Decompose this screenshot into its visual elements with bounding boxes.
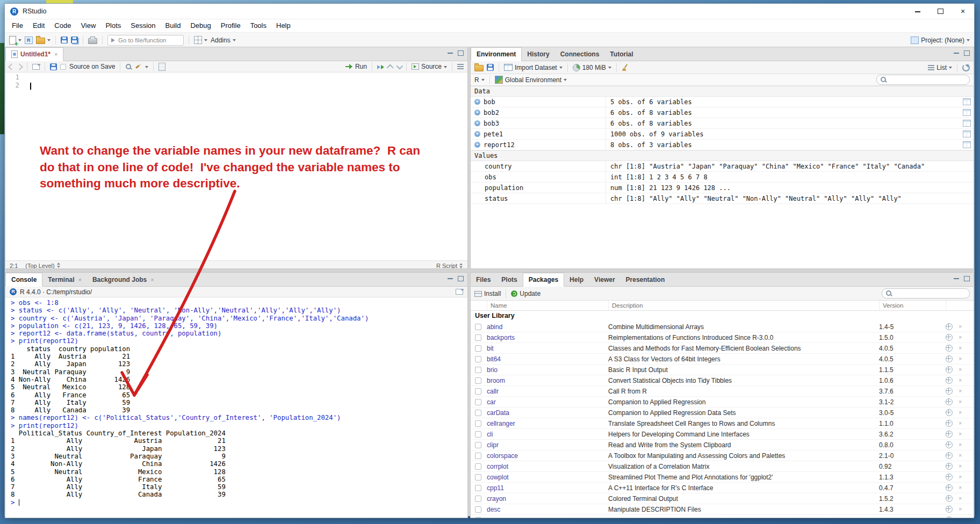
expand-object-icon[interactable] <box>474 120 480 126</box>
menu-edit[interactable]: Edit <box>28 19 49 32</box>
remove-package-icon[interactable]: × <box>959 431 971 437</box>
package-website-icon[interactable] <box>946 484 953 491</box>
package-checkbox[interactable] <box>475 345 481 352</box>
refresh-icon[interactable] <box>962 64 970 71</box>
package-website-icon[interactable] <box>946 345 953 352</box>
minimize-pane-icon[interactable] <box>954 53 959 54</box>
remove-package-icon[interactable]: × <box>959 377 971 383</box>
remove-package-icon[interactable]: × <box>959 356 971 362</box>
package-website-icon[interactable] <box>946 441 953 448</box>
remove-package-icon[interactable]: × <box>959 367 971 373</box>
maximize-pane-icon[interactable] <box>458 50 464 56</box>
package-checkbox[interactable] <box>475 420 481 427</box>
view-data-icon[interactable] <box>963 109 971 116</box>
goto-file-input[interactable] <box>117 37 180 44</box>
update-button[interactable]: Update <box>511 290 541 297</box>
package-name-link[interactable]: cli <box>487 431 608 438</box>
package-name-link[interactable]: abind <box>487 323 608 331</box>
close-tab-icon[interactable]: × <box>54 48 57 61</box>
list-view-button[interactable]: List <box>928 64 952 71</box>
menu-tools[interactable]: Tools <box>246 19 271 32</box>
new-file-button[interactable] <box>9 36 21 45</box>
new-project-button[interactable] <box>25 37 33 44</box>
packages-tab-viewer[interactable]: Viewer <box>589 273 620 286</box>
package-name-link[interactable]: crayon <box>487 495 608 503</box>
expand-object-icon[interactable] <box>474 142 480 148</box>
package-website-icon[interactable] <box>946 377 953 384</box>
forward-icon[interactable] <box>16 63 23 70</box>
back-icon[interactable] <box>8 63 15 70</box>
package-website-icon[interactable] <box>946 323 953 330</box>
packages-tab-files[interactable]: Files <box>471 273 496 286</box>
source-on-save-checkbox[interactable] <box>60 64 66 70</box>
console-output[interactable]: > obs <- 1:8> status <- c('Ally', 'Ally'… <box>5 297 467 506</box>
package-website-icon[interactable] <box>946 431 953 438</box>
minimize-pane-icon[interactable] <box>448 278 453 279</box>
package-checkbox[interactable] <box>475 324 481 330</box>
package-name-link[interactable]: callr <box>487 388 608 395</box>
pane-layout-button[interactable] <box>194 36 207 44</box>
code-tools-button[interactable] <box>135 63 148 70</box>
run-previous-chunk-icon[interactable] <box>387 64 394 71</box>
package-website-icon[interactable] <box>946 420 953 427</box>
package-checkbox[interactable] <box>475 442 481 448</box>
remove-package-icon[interactable]: × <box>959 442 971 448</box>
package-name-link[interactable]: corrplot <box>487 463 608 470</box>
file-type-selector[interactable]: R Script <box>436 263 463 269</box>
remove-package-icon[interactable]: × <box>959 410 971 416</box>
package-website-icon[interactable] <box>946 506 953 513</box>
menu-build[interactable]: Build <box>161 19 186 32</box>
scope-selector[interactable]: (Top Level) <box>25 263 60 269</box>
remove-package-icon[interactable]: × <box>959 517 971 518</box>
remove-package-icon[interactable]: × <box>959 506 971 512</box>
view-data-icon[interactable] <box>963 120 971 127</box>
expand-object-icon[interactable] <box>474 131 480 137</box>
expand-object-icon[interactable] <box>474 110 480 115</box>
menu-debug[interactable]: Debug <box>185 19 215 32</box>
package-name-link[interactable]: cellranger <box>487 420 608 427</box>
menu-view[interactable]: View <box>76 19 100 32</box>
package-website-icon[interactable] <box>946 388 953 395</box>
remove-package-icon[interactable]: × <box>959 453 971 458</box>
menu-profile[interactable]: Profile <box>216 19 246 32</box>
rerun-icon[interactable] <box>377 64 385 69</box>
import-dataset-button[interactable]: Import Dataset <box>504 64 563 71</box>
package-website-icon[interactable] <box>946 516 953 518</box>
package-checkbox[interactable] <box>475 496 481 502</box>
package-checkbox[interactable] <box>475 453 481 459</box>
scope-dropdown[interactable]: Global Environment <box>495 76 567 84</box>
menu-session[interactable]: Session <box>126 19 160 32</box>
menu-help[interactable]: Help <box>271 19 296 32</box>
package-name-link[interactable]: broom <box>487 377 608 384</box>
view-data-icon[interactable] <box>963 141 971 148</box>
remove-package-icon[interactable]: × <box>959 324 971 330</box>
package-name-link[interactable]: cpp11 <box>487 484 608 492</box>
open-file-button[interactable] <box>36 36 51 44</box>
project-menu[interactable]: Project: (None) <box>911 37 970 44</box>
package-checkbox[interactable] <box>475 517 481 519</box>
package-name-link[interactable]: backports <box>487 334 608 341</box>
run-button[interactable]: Run <box>345 63 367 70</box>
save-all-button[interactable] <box>71 37 78 43</box>
environment-tab-connections[interactable]: Connections <box>555 48 605 61</box>
document-outline-icon[interactable] <box>457 64 464 69</box>
maximize-pane-icon[interactable] <box>964 50 970 56</box>
package-checkbox[interactable] <box>475 399 481 405</box>
package-checkbox[interactable] <box>475 474 481 481</box>
remove-package-icon[interactable]: × <box>959 496 971 501</box>
remove-package-icon[interactable]: × <box>959 345 971 351</box>
close-tab-icon[interactable]: × <box>78 273 81 286</box>
package-website-icon[interactable] <box>946 366 953 373</box>
language-selector[interactable]: R <box>474 76 485 84</box>
minimize-button[interactable] <box>906 4 929 19</box>
expand-object-icon[interactable] <box>474 99 480 105</box>
run-next-chunk-icon[interactable] <box>397 62 403 69</box>
package-name-link[interactable]: bit64 <box>487 355 608 363</box>
package-checkbox[interactable] <box>475 431 481 438</box>
view-data-icon[interactable] <box>963 130 971 137</box>
environment-search-input[interactable] <box>889 76 966 84</box>
environment-tab-tutorial[interactable]: Tutorial <box>604 48 638 61</box>
environment-tab-environment[interactable]: Environment <box>471 47 522 61</box>
env-row-report12[interactable]: report128 obs. of 3 variables <box>471 140 974 150</box>
install-button[interactable]: Install <box>474 290 501 297</box>
